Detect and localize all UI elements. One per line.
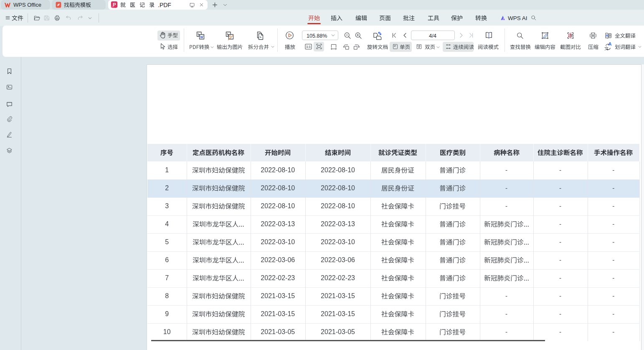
svg-text:P: P xyxy=(113,2,116,7)
svg-text:A: A xyxy=(606,33,609,38)
svg-text:1:1: 1:1 xyxy=(306,45,310,49)
